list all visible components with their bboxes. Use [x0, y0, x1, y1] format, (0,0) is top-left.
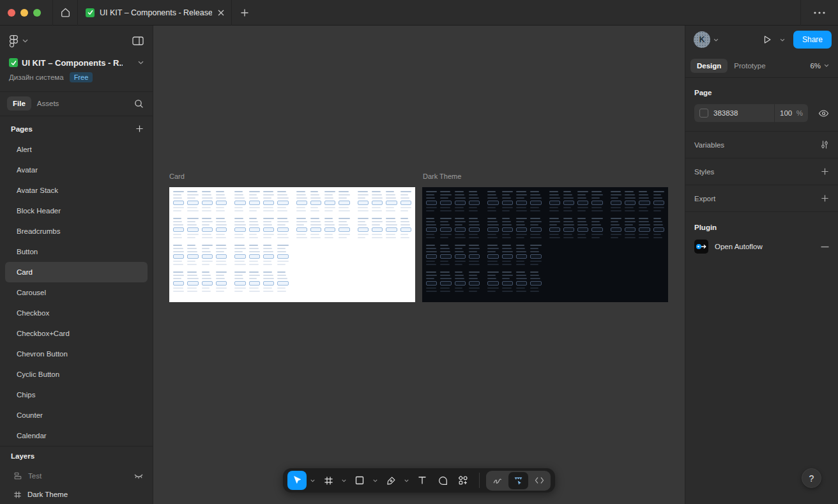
frame-label-card[interactable]: Card: [169, 172, 185, 180]
page-item-label: Button: [17, 248, 38, 256]
frame-label-dark-theme[interactable]: Dark Theme: [423, 172, 461, 180]
zoom-level-dropdown[interactable]: 6%: [810, 62, 829, 70]
opacity-value[interactable]: 100: [780, 109, 792, 117]
inspect-measure-button[interactable]: [508, 472, 528, 489]
add-page-button[interactable]: [135, 125, 144, 133]
toggle-sidebar-button[interactable]: [132, 36, 144, 45]
frame-tool-menu[interactable]: [339, 471, 349, 490]
shape-tool-menu[interactable]: [370, 471, 380, 490]
tab-file[interactable]: File: [7, 96, 31, 111]
pen-tool-button[interactable]: [381, 471, 400, 490]
page-item-label: Chips: [17, 391, 35, 399]
sidebar-page-item[interactable]: Checkbox+Card: [5, 323, 148, 344]
sidebar-page-item[interactable]: Avatar: [5, 160, 148, 180]
variables-adjust-icon[interactable]: [820, 140, 829, 149]
sidebar-page-item[interactable]: Calendar: [5, 425, 148, 446]
share-button[interactable]: Share: [793, 31, 832, 49]
sidebar-page-item[interactable]: Alert: [5, 139, 148, 160]
chevron-down-icon: [342, 479, 346, 482]
tab-assets[interactable]: Assets: [31, 96, 65, 111]
add-style-plus-icon[interactable]: [821, 167, 829, 176]
tab-prototype[interactable]: Prototype: [728, 59, 772, 73]
present-menu-button[interactable]: [777, 38, 788, 42]
text-tool-icon: [418, 476, 427, 485]
close-window-button[interactable]: [8, 9, 15, 17]
color-swatch[interactable]: [699, 109, 708, 118]
pen-tool-menu[interactable]: [402, 471, 411, 490]
sidebar-page-item[interactable]: Cyclic Button: [5, 364, 148, 385]
sidebar-page-item[interactable]: Carousel: [5, 282, 148, 303]
export-section-row[interactable]: Export: [685, 185, 838, 211]
variables-section-row[interactable]: Variables: [685, 132, 838, 158]
chevron-down-icon[interactable]: [138, 61, 144, 65]
draw-annotate-button[interactable]: [487, 472, 507, 489]
measure-ruler-icon: [514, 476, 523, 485]
search-button[interactable]: [134, 99, 144, 109]
home-icon: [60, 7, 71, 18]
sidebar-page-item[interactable]: Checkbox: [5, 303, 148, 323]
plugin-row[interactable]: Open Autoflow: [685, 234, 838, 259]
chevron-down-icon[interactable]: [22, 39, 28, 43]
file-project-name: Дизайн система: [9, 73, 64, 81]
canvas-frame-dark-theme[interactable]: [422, 187, 668, 302]
shape-tool-button[interactable]: [350, 471, 369, 490]
present-button[interactable]: [758, 30, 777, 49]
window-menu-button[interactable]: [801, 0, 838, 26]
comment-tool-button[interactable]: [433, 471, 452, 490]
sidebar-page-item[interactable]: Breadcrumbs: [5, 221, 148, 241]
move-tool-button[interactable]: [287, 471, 307, 490]
canvas[interactable]: Card Dark Theme: [153, 26, 685, 504]
add-export-plus-icon[interactable]: [821, 194, 829, 202]
sidebar-page-item[interactable]: Avatar Stack: [5, 180, 148, 201]
dev-code-button[interactable]: [529, 472, 549, 489]
actions-icon: [458, 475, 468, 485]
pages-header-label: Pages: [11, 125, 33, 133]
home-button[interactable]: [53, 0, 77, 26]
tab-design[interactable]: Design: [690, 59, 728, 73]
toggle-visibility-button[interactable]: [818, 109, 829, 118]
eye-closed-icon[interactable]: [133, 472, 144, 480]
figma-logo-icon[interactable]: [9, 34, 19, 48]
layers-header-label: Layers: [11, 452, 34, 460]
pages-list: Alert Avatar Avatar Stack Block Header: [0, 139, 153, 446]
layer-row-dark-theme[interactable]: Dark Theme: [0, 485, 153, 504]
close-tab-button[interactable]: [217, 9, 225, 17]
chevron-down-icon: [310, 479, 315, 482]
move-tool-menu[interactable]: [308, 471, 317, 490]
zoom-window-button[interactable]: [33, 9, 41, 17]
page-item-label: Card: [17, 268, 33, 276]
plus-icon: [135, 125, 144, 133]
page-item-label: Checkbox: [17, 309, 49, 317]
file-tab[interactable]: UI KIT – Components - Release -: [78, 0, 231, 26]
sidebar-page-item[interactable]: Counter: [5, 405, 148, 425]
sidebar-page-item[interactable]: Card: [5, 262, 148, 282]
color-hex-value[interactable]: 383838: [713, 109, 738, 117]
styles-section-row[interactable]: Styles: [685, 158, 838, 185]
page-item-label: Block Header: [17, 207, 61, 215]
page-item-label: Avatar Stack: [17, 187, 58, 194]
sidebar-page-item[interactable]: Button: [5, 241, 148, 262]
sidebar-page-item[interactable]: Block Header: [5, 201, 148, 221]
remove-plugin-minus-icon[interactable]: [821, 246, 829, 248]
new-tab-button[interactable]: [232, 0, 257, 26]
minimize-window-button[interactable]: [20, 9, 28, 17]
sidebar-page-item[interactable]: Chips: [5, 385, 148, 405]
sidebar-page-item[interactable]: Chevron Button: [5, 344, 148, 364]
mode-switcher: [486, 471, 551, 491]
checkmark-emoji-icon: [9, 58, 18, 67]
account-menu-button[interactable]: [710, 38, 722, 42]
avatar[interactable]: K: [694, 31, 710, 48]
zoom-level-value: 6%: [810, 62, 821, 70]
page-item-label: Counter: [17, 411, 43, 419]
layer-row-test[interactable]: Test: [0, 466, 153, 485]
page-item-label: Alert: [17, 146, 32, 153]
canvas-frame-card[interactable]: [169, 187, 415, 302]
actions-button[interactable]: [453, 471, 473, 490]
chevron-down-icon: [780, 38, 785, 42]
opacity-input[interactable]: 100 %: [775, 109, 808, 117]
frame-tool-button[interactable]: [319, 471, 338, 490]
text-tool-button[interactable]: [413, 471, 432, 490]
file-name[interactable]: UI KIT – Components - R...: [22, 58, 123, 68]
page-color-input[interactable]: 383838 100 %: [694, 104, 808, 122]
help-button[interactable]: ?: [802, 468, 821, 488]
